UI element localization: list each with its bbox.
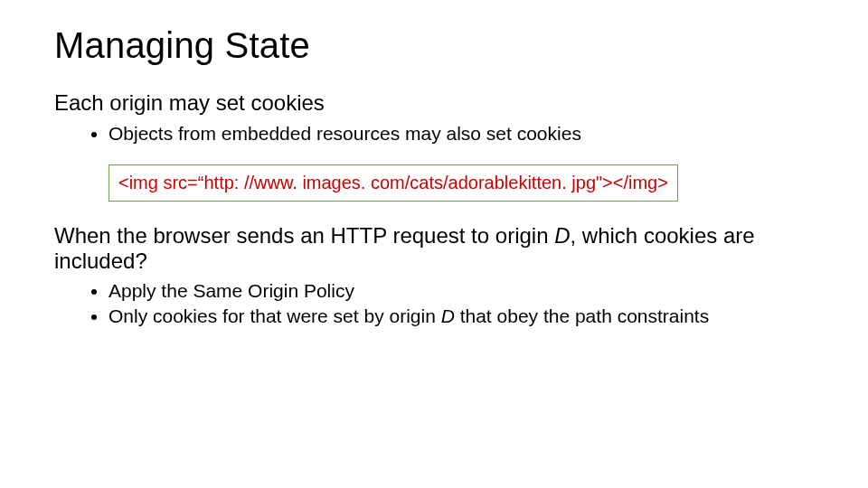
list-item: Only cookies for that were set by origin… — [108, 304, 814, 329]
bullet-list-1: Objects from embedded resources may also… — [54, 121, 814, 146]
bullet-var: D — [441, 305, 455, 326]
slide: Managing State Each origin may set cooki… — [0, 0, 868, 488]
question-text-pre: When the browser sends an HTTP request t… — [54, 223, 554, 248]
section-heading-2: When the browser sends an HTTP request t… — [54, 223, 814, 273]
bullet-text-pre: Only cookies for that were set by origin — [108, 305, 441, 326]
bullet-text-post: that obey the path constraints — [455, 305, 709, 326]
list-item: Apply the Same Origin Policy — [108, 278, 814, 304]
question-var: D — [554, 223, 570, 248]
bullet-list-2: Apply the Same Origin Policy Only cookie… — [54, 278, 814, 330]
list-item: Objects from embedded resources may also… — [108, 121, 814, 146]
slide-title: Managing State — [54, 25, 814, 65]
code-line: <img src=“http: //www. images. com/cats/… — [118, 173, 668, 192]
section-heading-1: Each origin may set cookies — [54, 90, 814, 116]
code-box: <img src=“http: //www. images. com/cats/… — [108, 164, 678, 202]
